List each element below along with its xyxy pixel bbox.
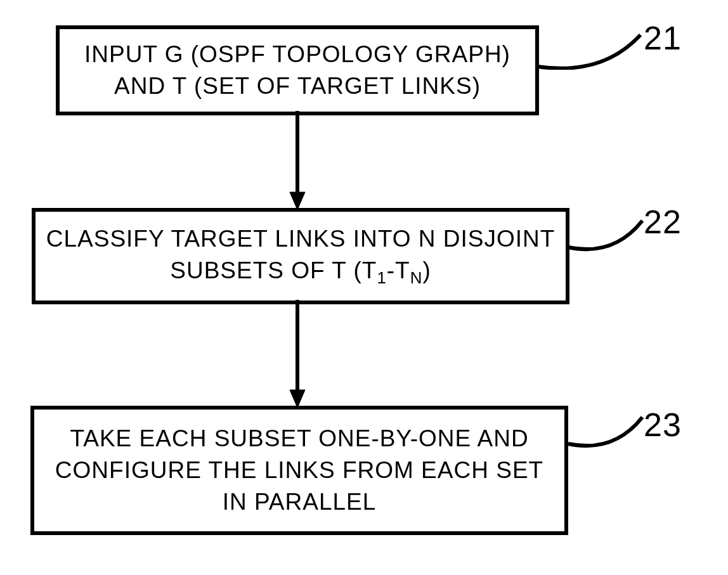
flowchart-box-configure: TAKE EACH SUBSET ONE-BY-ONE AND CONFIGUR…: [30, 406, 568, 535]
box-text-line: CLASSIFY TARGET LINKS INTO N DISJOINT: [46, 223, 556, 255]
box-text-line: TAKE EACH SUBSET ONE-BY-ONE AND: [70, 423, 528, 455]
arrow-down-icon: [288, 111, 307, 210]
flowchart-box-classify: CLASSIFY TARGET LINKS INTO N DISJOINT SU…: [32, 208, 569, 304]
leader-curve-icon: [563, 209, 649, 254]
box-text-line: AND T (SET OF TARGET LINKS): [114, 70, 481, 102]
box-label-23: 23: [644, 406, 682, 444]
box-text-line: IN PARALLEL: [223, 486, 377, 518]
box-label-22: 22: [644, 203, 682, 241]
box-text-line: CONFIGURE THE LINKS FROM EACH SET: [55, 455, 543, 486]
svg-marker-1: [290, 192, 305, 210]
leader-curve-icon: [533, 25, 647, 70]
svg-marker-3: [290, 390, 305, 408]
arrow-down-icon: [288, 300, 307, 408]
flowchart-box-input: INPUT G (OSPF TOPOLOGY GRAPH) AND T (SET…: [56, 25, 539, 115]
leader-curve-icon: [563, 406, 649, 450]
box-text-line: SUBSETS OF T (T1-TN): [170, 255, 431, 289]
box-label-21: 21: [644, 19, 682, 57]
flowchart-container: INPUT G (OSPF TOPOLOGY GRAPH) AND T (SET…: [25, 25, 703, 550]
box-text-line: INPUT G (OSPF TOPOLOGY GRAPH): [84, 39, 510, 70]
